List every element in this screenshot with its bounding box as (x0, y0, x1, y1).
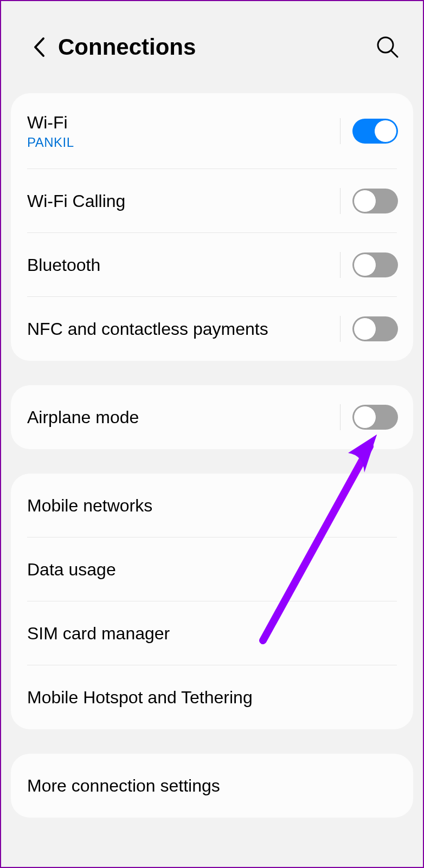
wifi-toggle-wrap (340, 118, 398, 144)
settings-group-more: More connection settings (11, 754, 413, 818)
wifi-toggle[interactable] (352, 119, 398, 144)
divider (340, 316, 341, 342)
toggle-knob (354, 406, 376, 429)
mobile-networks-text: Mobile networks (27, 496, 398, 516)
nfc-label: NFC and contactless payments (27, 319, 340, 339)
back-button[interactable] (28, 36, 50, 58)
search-button[interactable] (374, 34, 401, 61)
nfc-toggle[interactable] (352, 316, 398, 341)
nfc-toggle-wrap (340, 316, 398, 342)
wifi-calling-row[interactable]: Wi-Fi Calling (11, 169, 413, 233)
wifi-calling-toggle-wrap (340, 188, 398, 214)
sim-card-manager-row[interactable]: SIM card manager (11, 601, 413, 665)
settings-group-connectivity: Wi-Fi PANKIL Wi-Fi Calling Bluetooth (11, 93, 413, 361)
wifi-calling-text: Wi-Fi Calling (27, 191, 340, 211)
more-text: More connection settings (27, 776, 398, 796)
toggle-knob (354, 318, 376, 340)
data-usage-label: Data usage (27, 560, 398, 580)
hotspot-label: Mobile Hotspot and Tethering (27, 688, 398, 708)
search-icon (376, 36, 399, 59)
mobile-networks-row[interactable]: Mobile networks (11, 474, 413, 537)
divider (340, 404, 341, 430)
data-usage-text: Data usage (27, 560, 398, 580)
airplane-toggle[interactable] (352, 405, 398, 430)
mobile-networks-label: Mobile networks (27, 496, 398, 516)
wifi-calling-label: Wi-Fi Calling (27, 191, 340, 211)
airplane-toggle-wrap (340, 404, 398, 430)
wifi-network-name: PANKIL (27, 135, 340, 150)
toggle-knob (354, 190, 376, 212)
svg-point-0 (378, 37, 393, 53)
wifi-text: Wi-Fi PANKIL (27, 113, 340, 150)
sim-card-text: SIM card manager (27, 624, 398, 644)
page-title: Connections (58, 34, 374, 60)
airplane-label: Airplane mode (27, 407, 340, 427)
divider (340, 188, 341, 214)
toggle-knob (374, 120, 397, 142)
settings-group-mobile: Mobile networks Data usage SIM card mana… (11, 474, 413, 729)
more-connection-settings-row[interactable]: More connection settings (11, 754, 413, 818)
header: Connections (1, 1, 423, 93)
settings-group-airplane: Airplane mode (11, 385, 413, 449)
bluetooth-row[interactable]: Bluetooth (11, 233, 413, 297)
bluetooth-toggle-wrap (340, 252, 398, 278)
airplane-mode-row[interactable]: Airplane mode (11, 385, 413, 449)
nfc-text: NFC and contactless payments (27, 319, 340, 339)
bluetooth-text: Bluetooth (27, 255, 340, 275)
hotspot-text: Mobile Hotspot and Tethering (27, 688, 398, 708)
wifi-label: Wi-Fi (27, 113, 340, 133)
airplane-text: Airplane mode (27, 407, 340, 427)
bluetooth-label: Bluetooth (27, 255, 340, 275)
divider (340, 252, 341, 278)
wifi-calling-toggle[interactable] (352, 189, 398, 213)
data-usage-row[interactable]: Data usage (11, 537, 413, 601)
chevron-left-icon (33, 37, 45, 57)
divider (340, 118, 341, 144)
mobile-hotspot-row[interactable]: Mobile Hotspot and Tethering (11, 665, 413, 729)
toggle-knob (354, 254, 376, 276)
bluetooth-toggle[interactable] (352, 252, 398, 277)
nfc-row[interactable]: NFC and contactless payments (11, 297, 413, 361)
svg-line-1 (391, 51, 397, 57)
wifi-row[interactable]: Wi-Fi PANKIL (11, 93, 413, 169)
sim-card-label: SIM card manager (27, 624, 398, 644)
more-label: More connection settings (27, 776, 398, 796)
